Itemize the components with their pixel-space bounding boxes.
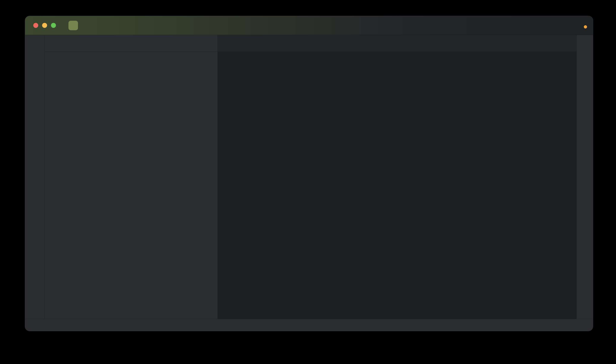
status-bar [25, 319, 593, 331]
project-tool-window [45, 35, 218, 319]
main-content [25, 35, 593, 319]
project-badge[interactable] [68, 21, 78, 30]
title-bar [25, 16, 593, 35]
right-activity-bar [577, 35, 593, 319]
editor-column [218, 35, 577, 319]
project-panel-header[interactable] [45, 35, 218, 52]
code-editor[interactable] [218, 52, 577, 319]
fullscreen-window-button[interactable] [51, 23, 56, 28]
settings-notification-dot [583, 25, 588, 29]
editor-tab-bar [218, 35, 577, 52]
minimize-window-button[interactable] [42, 23, 47, 28]
ide-window [25, 16, 593, 331]
project-tree [45, 52, 218, 319]
left-activity-bar [25, 35, 45, 319]
window-controls [33, 23, 56, 28]
close-window-button[interactable] [33, 23, 38, 28]
